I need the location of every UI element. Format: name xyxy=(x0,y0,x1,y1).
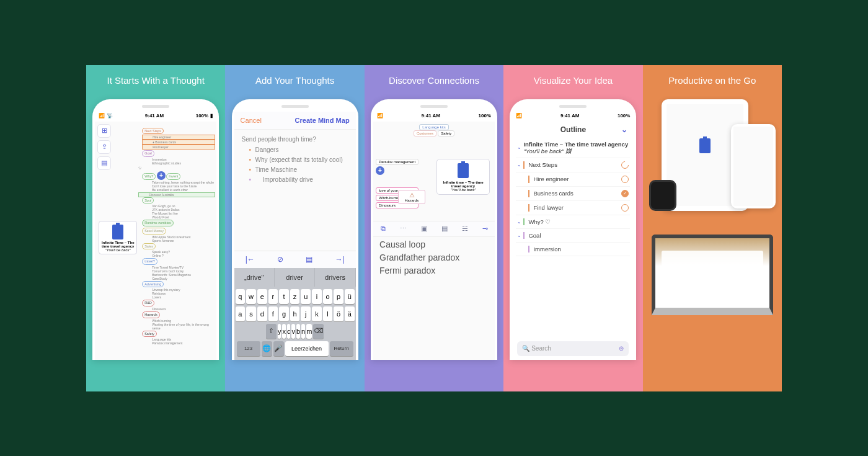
mic-key[interactable]: 🎤 xyxy=(273,341,284,356)
key-m[interactable]: m xyxy=(306,324,312,339)
outdent-icon[interactable]: |← xyxy=(246,255,255,264)
outline-item[interactable]: Improbability drive xyxy=(249,176,348,183)
node[interactable]: Lovers xyxy=(142,295,215,299)
status-partial-icon[interactable] xyxy=(620,159,631,170)
key-b[interactable]: b xyxy=(296,324,300,339)
outline-row[interactable]: ⌄Next Steps xyxy=(516,158,630,172)
key-q[interactable]: q xyxy=(236,289,246,304)
status-done-icon[interactable]: ✓ xyxy=(621,190,629,197)
search-field[interactable]: 🔍 Search ⊜ xyxy=(517,341,629,356)
key-n[interactable]: n xyxy=(301,324,305,339)
node[interactable]: Wasting the time of your life, in the wr… xyxy=(142,323,215,330)
key-ü[interactable]: ü xyxy=(345,289,355,304)
shift-key[interactable]: ⇧ xyxy=(266,324,277,339)
add-node-button[interactable]: + xyxy=(376,166,384,175)
outline-root[interactable]: ⌄ Infinite Time – The time travel agency… xyxy=(516,138,630,158)
node[interactable]: Online ? xyxy=(142,254,215,257)
root-card[interactable]: Infinite time – The time travel agency "… xyxy=(436,159,490,195)
list-item[interactable]: Fermi paradox xyxy=(379,264,459,277)
globe-key[interactable]: 🌐 xyxy=(262,341,272,356)
key-k[interactable]: k xyxy=(312,306,322,321)
key-x[interactable]: x xyxy=(282,324,286,339)
node[interactable]: ♦ Business cards xyxy=(142,140,215,145)
return-key[interactable]: Return xyxy=(330,341,353,356)
outline-item[interactable]: Dangers xyxy=(249,146,348,153)
key-p[interactable]: p xyxy=(334,289,343,304)
key-a[interactable]: a xyxy=(236,306,246,321)
key-y[interactable]: y xyxy=(278,324,281,339)
chevron-down-icon[interactable]: ⌄ xyxy=(517,233,523,238)
key-w[interactable]: w xyxy=(246,289,256,304)
node[interactable]: Seed Money xyxy=(142,228,166,235)
status-circle[interactable] xyxy=(621,176,629,183)
filter-icon[interactable]: ⊜ xyxy=(619,345,624,352)
node[interactable]: Advertising xyxy=(142,281,164,288)
key-u[interactable]: u xyxy=(301,289,311,304)
create-mindmap-button[interactable]: Create Mind Map xyxy=(295,117,350,124)
share-icon[interactable]: ⇪ xyxy=(97,140,111,154)
list-item[interactable]: Causal loop xyxy=(379,238,459,251)
key-e[interactable]: e xyxy=(257,289,267,304)
backspace-key[interactable]: ⌫ xyxy=(313,324,324,339)
key-s[interactable]: s xyxy=(246,306,256,321)
node[interactable]: Paradox management xyxy=(142,341,215,345)
node[interactable]: Hazards xyxy=(142,311,159,318)
key-z[interactable]: z xyxy=(290,289,300,304)
node[interactable]: Hire engineer xyxy=(142,135,215,140)
key-l[interactable]: l xyxy=(323,306,333,321)
comment-icon[interactable]: ⋯ xyxy=(400,225,407,233)
indent-icon[interactable]: →| xyxy=(335,255,344,264)
hazards-node[interactable]: ⚠ Hazards xyxy=(398,190,425,204)
key-ä[interactable]: ä xyxy=(345,306,355,321)
node[interactable]: Soul xyxy=(142,197,154,204)
node[interactable]: Next Steps xyxy=(142,128,164,135)
node[interactable]: Dinosaurs xyxy=(142,307,215,311)
key-d[interactable]: d xyxy=(257,306,267,321)
check-icon[interactable]: ⊘ xyxy=(277,255,283,264)
node[interactable]: Woody Poet xyxy=(142,215,215,219)
mindmap-canvas[interactable]: ⊞ ⇪ ▤ Infinite Time – The time travel ag… xyxy=(95,122,216,360)
chevron-down-icon[interactable]: ⌄ xyxy=(517,162,523,168)
chevron-down-icon[interactable]: ⌄ xyxy=(517,219,523,225)
outline-row[interactable]: Business cards✓ xyxy=(516,187,630,201)
node[interactable]: Be excellent to each other xyxy=(142,188,215,192)
suggestion[interactable]: „drive" xyxy=(234,268,275,287)
node[interactable]: Ethnographic studies xyxy=(142,161,215,165)
key-g[interactable]: g xyxy=(279,306,289,321)
style-icon[interactable]: ☵ xyxy=(462,225,468,233)
grid-icon[interactable]: ⊞ xyxy=(97,124,111,138)
node[interactable]: travel? xyxy=(142,258,157,265)
node[interactable]: Runtime zombies xyxy=(142,220,174,226)
status-circle[interactable] xyxy=(621,204,629,212)
outline-item[interactable]: Why (expect that its totally cool) xyxy=(249,156,348,163)
node[interactable]: Invent xyxy=(166,173,180,180)
numbers-key[interactable]: 123 xyxy=(237,341,260,356)
chevron-down-icon[interactable]: ⌄ xyxy=(517,145,523,150)
key-t[interactable]: t xyxy=(279,289,289,304)
key-j[interactable]: j xyxy=(301,306,311,321)
key-r[interactable]: r xyxy=(268,289,278,304)
connect-icon[interactable]: ⊸ xyxy=(482,225,488,233)
note-icon[interactable]: ▤ xyxy=(441,225,448,233)
node[interactable]: Language kits xyxy=(419,124,448,130)
outline-item[interactable]: Time Maschine xyxy=(249,166,348,173)
suggestion[interactable]: driver xyxy=(275,268,315,287)
node[interactable]: Sports Almanac xyxy=(142,239,215,243)
key-h[interactable]: h xyxy=(290,306,300,321)
link-icon[interactable]: ⧉ xyxy=(381,225,386,233)
outline-editor[interactable]: Send people through time? Dangers Why (e… xyxy=(234,130,356,192)
chevron-down-icon[interactable]: ⌄ xyxy=(621,125,627,134)
outline-row[interactable]: Immersion xyxy=(516,243,630,256)
list-item[interactable]: Grandfather paradox xyxy=(379,251,459,264)
node-selected[interactable]: Paradox management xyxy=(376,159,418,165)
node[interactable]: Find lawyer xyxy=(142,145,215,150)
node[interactable]: Take nothing, leave nothing except the w… xyxy=(142,181,215,184)
node[interactable]: Safety xyxy=(142,331,157,338)
node[interactable]: Discover Australia xyxy=(138,192,215,197)
image-icon[interactable]: ▣ xyxy=(421,225,427,233)
suggestion[interactable]: drivers xyxy=(315,268,355,287)
key-c[interactable]: c xyxy=(287,324,291,339)
node[interactable]: Why? xyxy=(142,173,156,180)
outline-row[interactable]: Hire engineer xyxy=(516,172,630,187)
node[interactable]: Sales xyxy=(142,243,156,250)
